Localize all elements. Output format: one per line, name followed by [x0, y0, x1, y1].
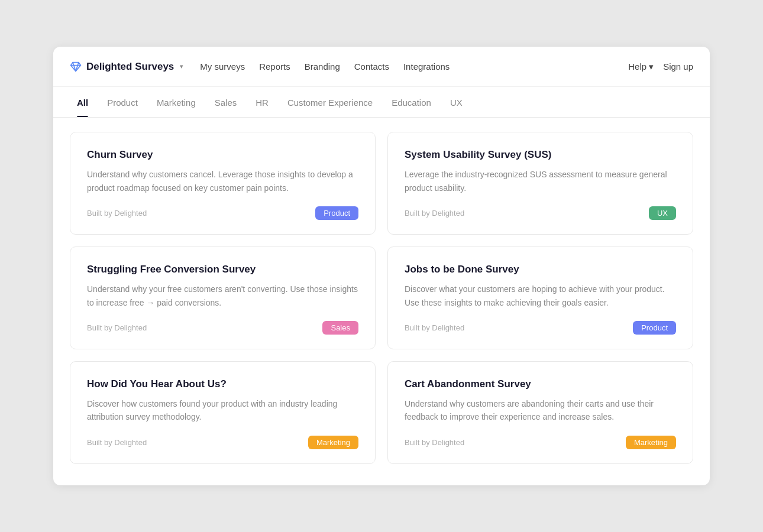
card-built-by: Built by Delighted — [87, 323, 147, 332]
tag-product: Product — [633, 321, 676, 335]
card-built-by: Built by Delighted — [405, 323, 464, 332]
tab-hr[interactable]: HR — [248, 87, 276, 117]
signup-button[interactable]: Sign up — [663, 61, 693, 72]
tag-marketing-2: Marketing — [626, 436, 676, 449]
card-how-did-you-hear[interactable]: How Did You Hear About Us? Discover how … — [70, 361, 376, 464]
card-footer: Built by Delighted Product — [87, 206, 358, 220]
tag-product: Product — [315, 206, 358, 220]
card-desc: Discover how customers found your produc… — [87, 397, 358, 424]
help-chevron: ▾ — [649, 61, 654, 72]
tag-sales: Sales — [322, 321, 358, 335]
tabs-bar: All Product Marketing Sales HR Customer … — [53, 87, 710, 118]
card-footer: Built by Delighted Marketing — [87, 436, 358, 449]
nav-right: Help ▾ Sign up — [628, 61, 693, 72]
card-title: How Did You Hear About Us? — [87, 378, 358, 390]
brand-chevron: ▾ — [180, 63, 183, 70]
card-desc: Understand why your free customers aren'… — [87, 283, 358, 309]
nav-links: My surveys Reports Branding Contacts Int… — [200, 59, 628, 74]
card-desc: Leverage the industry-recognized SUS ass… — [405, 168, 676, 194]
tag-ux: UX — [649, 206, 676, 220]
card-cart-abandonment[interactable]: Cart Abandonment Survey Understand why c… — [387, 361, 693, 464]
card-title: Struggling Free Conversion Survey — [87, 264, 358, 275]
tab-all[interactable]: All — [70, 87, 95, 117]
card-title: Churn Survey — [87, 149, 358, 161]
cards-grid: Churn Survey Understand why customers ca… — [53, 118, 710, 485]
help-button[interactable]: Help ▾ — [628, 61, 654, 72]
brand-logo[interactable]: Delighted Surveys ▾ — [70, 61, 183, 73]
card-footer: Built by Delighted Product — [405, 321, 676, 335]
card-sus-survey[interactable]: System Usability Survey (SUS) Leverage t… — [387, 132, 693, 235]
diamond-icon — [70, 61, 82, 73]
card-title: Jobs to be Done Survey — [405, 264, 676, 275]
tab-marketing[interactable]: Marketing — [150, 87, 203, 117]
card-desc: Discover what your customers are hoping … — [405, 283, 676, 309]
card-built-by: Built by Delighted — [405, 438, 464, 447]
card-footer: Built by Delighted Sales — [87, 321, 358, 335]
nav-integrations[interactable]: Integrations — [403, 59, 450, 74]
card-built-by: Built by Delighted — [405, 209, 464, 218]
card-churn-survey[interactable]: Churn Survey Understand why customers ca… — [70, 132, 376, 235]
tab-customer-experience[interactable]: Customer Experience — [280, 87, 380, 117]
nav-contacts[interactable]: Contacts — [354, 59, 389, 74]
nav-branding[interactable]: Branding — [305, 59, 340, 74]
card-desc: Understand why customers are abandoning … — [405, 397, 676, 424]
card-footer: Built by Delighted Marketing — [405, 436, 676, 449]
brand-name: Delighted Surveys — [86, 61, 174, 73]
card-title: System Usability Survey (SUS) — [405, 149, 676, 161]
tab-ux[interactable]: UX — [443, 87, 470, 117]
card-footer: Built by Delighted UX — [405, 206, 676, 220]
card-jobs-to-be-done[interactable]: Jobs to be Done Survey Discover what you… — [387, 246, 693, 349]
card-built-by: Built by Delighted — [87, 438, 147, 447]
tag-marketing: Marketing — [308, 436, 358, 449]
tab-education[interactable]: Education — [384, 87, 438, 117]
card-title: Cart Abandonment Survey — [405, 378, 676, 390]
tab-product[interactable]: Product — [100, 87, 145, 117]
card-built-by: Built by Delighted — [87, 209, 147, 218]
nav-my-surveys[interactable]: My surveys — [200, 59, 245, 74]
help-label: Help — [628, 61, 646, 72]
card-struggling-free-conversion[interactable]: Struggling Free Conversion Survey Unders… — [70, 246, 376, 349]
card-desc: Understand why customers cancel. Leverag… — [87, 168, 358, 194]
tab-sales[interactable]: Sales — [208, 87, 244, 117]
navbar: Delighted Surveys ▾ My surveys Reports B… — [53, 47, 710, 87]
nav-reports[interactable]: Reports — [259, 59, 290, 74]
main-container: Delighted Surveys ▾ My surveys Reports B… — [53, 47, 710, 485]
